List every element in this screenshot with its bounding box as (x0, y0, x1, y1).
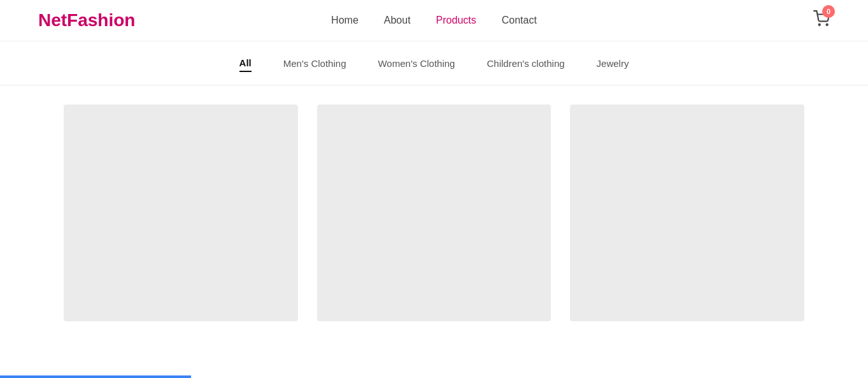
cart-button[interactable]: 0 (813, 10, 830, 31)
category-all[interactable]: All (239, 57, 252, 72)
logo[interactable]: NetFashion (38, 10, 135, 31)
bottom-progress-bar (0, 375, 191, 378)
nav-item-about[interactable]: About (384, 15, 411, 26)
svg-point-0 (819, 24, 820, 25)
category-mens[interactable]: Men's Clothing (283, 58, 346, 71)
svg-point-1 (827, 24, 828, 25)
product-card[interactable] (317, 105, 551, 321)
category-jewelry[interactable]: Jewelry (597, 58, 629, 71)
main-nav: Home About Products Contact (331, 15, 537, 26)
category-bar: All Men's Clothing Women's Clothing Chil… (0, 41, 868, 85)
header: NetFashion Home About Products Contact 0 (0, 0, 868, 41)
product-card[interactable] (64, 105, 298, 321)
product-card[interactable] (570, 105, 804, 321)
products-section (0, 85, 868, 340)
products-grid (64, 105, 804, 321)
header-right: 0 (813, 10, 830, 31)
category-childrens[interactable]: Children's clothing (487, 58, 564, 71)
category-womens[interactable]: Women's Clothing (378, 58, 455, 71)
nav-item-home[interactable]: Home (331, 15, 359, 26)
nav-item-products[interactable]: Products (436, 15, 476, 26)
nav-item-contact[interactable]: Contact (502, 15, 537, 26)
cart-count: 0 (822, 5, 835, 18)
